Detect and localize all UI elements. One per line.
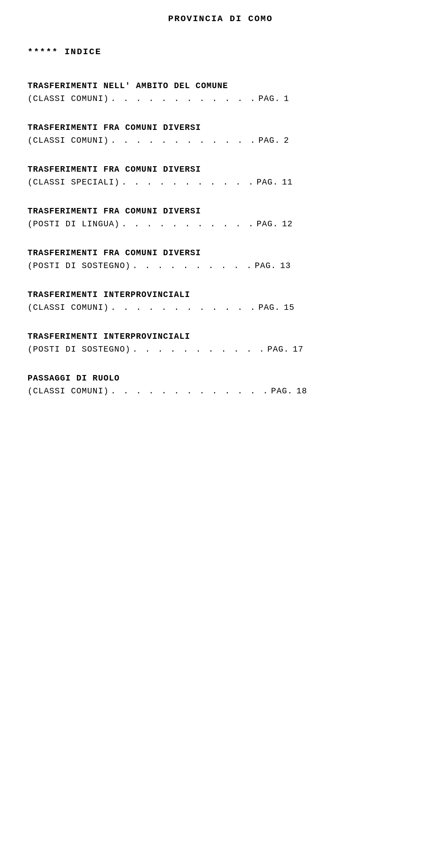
toc-section-title-7: TRASFERIMENTI INTERPROVINCIALI xyxy=(28,330,413,343)
toc-pag-label-1: PAG. xyxy=(258,94,280,103)
toc-line-7: (POSTI DI SOSTEGNO). . . . . . . . . . .… xyxy=(28,345,413,354)
toc-section-title-2: TRASFERIMENTI FRA COMUNI DIVERSI xyxy=(28,122,413,134)
toc-dots-7: . . . . . . . . . . . xyxy=(132,345,266,354)
toc-subtitle-4: (POSTI DI LINGUA) xyxy=(28,219,120,229)
toc-dots-1: . . . . . . . . . . . . xyxy=(111,94,256,103)
toc-subtitle-7: (POSTI DI SOSTEGNO) xyxy=(28,345,130,354)
toc-dots-4: . . . . . . . . . . . xyxy=(122,219,255,229)
toc-section-title-8: PASSAGGI DI RUOLO xyxy=(28,372,413,385)
toc-line-5: (POSTI DI SOSTEGNO). . . . . . . . . .PA… xyxy=(28,261,413,270)
index-title: ***** INDICE xyxy=(28,47,413,57)
toc-pag-label-7: PAG. xyxy=(267,345,289,354)
toc-line-3: (CLASSI SPECIALI). . . . . . . . . . .PA… xyxy=(28,178,413,187)
toc-section-title-4: TRASFERIMENTI FRA COMUNI DIVERSI xyxy=(28,205,413,218)
toc-line-8: (CLASSI COMUNI). . . . . . . . . . . . .… xyxy=(28,386,413,396)
toc-line-2: (CLASSI COMUNI). . . . . . . . . . . .PA… xyxy=(28,136,413,145)
toc-entry-4: TRASFERIMENTI FRA COMUNI DIVERSI(POSTI D… xyxy=(28,205,413,229)
toc-dots-6: . . . . . . . . . . . . xyxy=(111,303,256,312)
toc-page-num-2: 2 xyxy=(284,136,289,145)
toc-pag-label-3: PAG. xyxy=(256,178,278,187)
toc-entry-1: TRASFERIMENTI NELL' AMBITO DEL COMUNE(CL… xyxy=(28,80,413,103)
toc-section-title-3: TRASFERIMENTI FRA COMUNI DIVERSI xyxy=(28,163,413,176)
toc-subtitle-2: (CLASSI COMUNI) xyxy=(28,136,109,145)
toc-page-num-8: 18 xyxy=(296,386,307,396)
toc-section-title-5: TRASFERIMENTI FRA COMUNI DIVERSI xyxy=(28,247,413,259)
toc-page-num-7: 17 xyxy=(293,345,304,354)
toc-subtitle-5: (POSTI DI SOSTEGNO) xyxy=(28,261,130,270)
toc-subtitle-1: (CLASSI COMUNI) xyxy=(28,94,109,103)
toc-pag-label-8: PAG. xyxy=(271,386,293,396)
toc-pag-label-4: PAG. xyxy=(256,219,278,229)
toc-pag-label-2: PAG. xyxy=(258,136,280,145)
toc-dots-8: . . . . . . . . . . . . . xyxy=(111,386,269,396)
toc-entry-3: TRASFERIMENTI FRA COMUNI DIVERSI(CLASSI … xyxy=(28,163,413,187)
toc-section-title-1: TRASFERIMENTI NELL' AMBITO DEL COMUNE xyxy=(28,80,413,92)
toc-entry-6: TRASFERIMENTI INTERPROVINCIALI(CLASSI CO… xyxy=(28,289,413,312)
toc-page-num-4: 12 xyxy=(282,219,293,229)
table-of-contents: TRASFERIMENTI NELL' AMBITO DEL COMUNE(CL… xyxy=(28,80,413,396)
toc-entry-7: TRASFERIMENTI INTERPROVINCIALI(POSTI DI … xyxy=(28,330,413,354)
toc-line-4: (POSTI DI LINGUA). . . . . . . . . . .PA… xyxy=(28,219,413,229)
toc-page-num-1: 1 xyxy=(284,94,289,103)
toc-page-num-5: 13 xyxy=(280,261,291,270)
toc-subtitle-3: (CLASSI SPECIALI) xyxy=(28,178,120,187)
toc-dots-5: . . . . . . . . . . xyxy=(132,261,253,270)
toc-subtitle-8: (CLASSI COMUNI) xyxy=(28,386,109,396)
page-header: PROVINCIA DI COMO xyxy=(28,14,413,24)
toc-entry-5: TRASFERIMENTI FRA COMUNI DIVERSI(POSTI D… xyxy=(28,247,413,270)
page-title: PROVINCIA DI COMO xyxy=(168,14,273,24)
toc-entry-8: PASSAGGI DI RUOLO(CLASSI COMUNI). . . . … xyxy=(28,372,413,396)
toc-dots-3: . . . . . . . . . . . xyxy=(122,178,255,187)
toc-line-1: (CLASSI COMUNI). . . . . . . . . . . .PA… xyxy=(28,94,413,103)
toc-pag-label-5: PAG. xyxy=(254,261,276,270)
toc-line-6: (CLASSI COMUNI). . . . . . . . . . . .PA… xyxy=(28,303,413,312)
toc-subtitle-6: (CLASSI COMUNI) xyxy=(28,303,109,312)
toc-entry-2: TRASFERIMENTI FRA COMUNI DIVERSI(CLASSI … xyxy=(28,122,413,145)
toc-pag-label-6: PAG. xyxy=(258,303,280,312)
toc-page-num-3: 11 xyxy=(282,178,293,187)
toc-dots-2: . . . . . . . . . . . . xyxy=(111,136,256,145)
toc-section-title-6: TRASFERIMENTI INTERPROVINCIALI xyxy=(28,289,413,301)
toc-page-num-6: 15 xyxy=(284,303,295,312)
